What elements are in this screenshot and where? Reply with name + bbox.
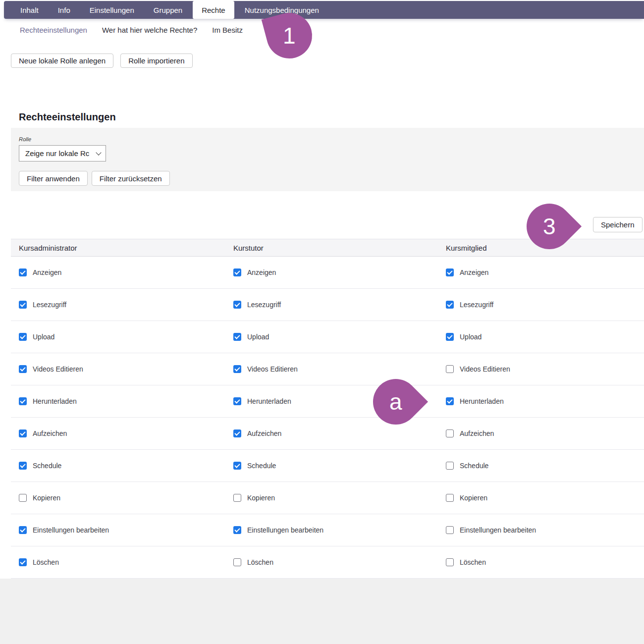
checkbox-label-aufzeichen: Aufzeichen	[247, 429, 281, 437]
filter-reset-button[interactable]: Filter zurücksetzen	[92, 171, 170, 186]
checkbox-l-schen-kursadministrator[interactable]	[19, 558, 27, 566]
checkbox-kopieren-kursmitglied[interactable]	[446, 494, 454, 502]
checkbox-lesezugriff-kursadministrator[interactable]	[19, 301, 27, 309]
checkbox-l-schen-kursmitglied[interactable]	[446, 558, 454, 566]
callout-step-a-label: a	[389, 390, 402, 413]
cell-schedule-kursadministrator: Schedule	[19, 462, 233, 470]
filter-buttons: Filter anwenden Filter zurücksetzen	[19, 171, 170, 186]
checkbox-aufzeichen-kursadministrator[interactable]	[19, 429, 27, 437]
role-select[interactable]: Zeige nur lokale Rc	[19, 145, 106, 161]
checkbox-label-aufzeichen: Aufzeichen	[460, 429, 494, 437]
permissions-table-body: AnzeigenAnzeigenAnzeigenLesezugriffLesez…	[11, 257, 644, 579]
checkbox-label-lesezugriff: Lesezugriff	[33, 301, 66, 309]
checkbox-label-lesezugriff: Lesezugriff	[247, 301, 281, 309]
checkbox-schedule-kursadministrator[interactable]	[19, 462, 27, 470]
filter-apply-button[interactable]: Filter anwenden	[19, 171, 88, 186]
checkbox-einstellungen-bearbeiten-kurstutor[interactable]	[233, 526, 241, 534]
checkbox-label-l-schen: Löschen	[460, 558, 486, 566]
cell-herunterladen-kursadministrator: Herunterladen	[19, 397, 233, 405]
checkbox-herunterladen-kursadministrator[interactable]	[19, 397, 27, 405]
cell-lesezugriff-kursmitglied: Lesezugriff	[446, 301, 644, 309]
cell-einstellungen-bearbeiten-kursmitglied: Einstellungen bearbeiten	[446, 526, 644, 534]
checkbox-aufzeichen-kurstutor[interactable]	[233, 429, 241, 437]
checkbox-schedule-kursmitglied[interactable]	[446, 462, 454, 470]
checkbox-label-anzeigen: Anzeigen	[33, 268, 61, 276]
checkbox-schedule-kurstutor[interactable]	[233, 462, 241, 470]
checkbox-label-schedule: Schedule	[247, 462, 276, 470]
role-toolbar: Neue lokale Rolle anlegen Rolle importie…	[11, 54, 193, 68]
checkbox-upload-kurstutor[interactable]	[233, 333, 241, 341]
cell-kopieren-kursadministrator: Kopieren	[19, 494, 233, 502]
checkbox-einstellungen-bearbeiten-kursmitglied[interactable]	[446, 526, 454, 534]
subnav-item-im-besitz[interactable]: Im Besitz	[212, 26, 243, 34]
new-local-role-button[interactable]: Neue lokale Rolle anlegen	[11, 54, 113, 68]
cell-kopieren-kurstutor: Kopieren	[233, 494, 446, 502]
checkbox-label-l-schen: Löschen	[33, 558, 59, 566]
checkbox-l-schen-kurstutor[interactable]	[233, 558, 241, 566]
cell-schedule-kursmitglied: Schedule	[446, 462, 644, 470]
page-title: Rechteeinstellungen	[19, 111, 116, 123]
checkbox-label-kopieren: Kopieren	[33, 494, 60, 502]
tab-rechte[interactable]: Rechte	[193, 1, 234, 19]
table-row-videos-editieren: Videos EditierenVideos EditierenVideos E…	[11, 353, 644, 385]
table-row-upload: UploadUploadUpload	[11, 321, 644, 353]
cell-upload-kursmitglied: Upload	[446, 333, 644, 341]
subnav-item-wer-hat-hier-welche-rechte[interactable]: Wer hat hier welche Rechte?	[102, 26, 197, 34]
checkbox-label-aufzeichen: Aufzeichen	[33, 429, 67, 437]
checkbox-label-schedule: Schedule	[460, 462, 488, 470]
save-button[interactable]: Speichern	[593, 217, 643, 232]
checkbox-kopieren-kursadministrator[interactable]	[19, 494, 27, 502]
table-row-kopieren: KopierenKopierenKopieren	[11, 482, 644, 514]
cell-videos-editieren-kurstutor: Videos Editieren	[233, 365, 446, 373]
table-row-aufzeichen: AufzeichenAufzeichenAufzeichen	[11, 418, 644, 450]
subnav-item-rechteeinstellungen[interactable]: Rechteeinstellungen	[20, 26, 87, 34]
checkbox-videos-editieren-kurstutor[interactable]	[233, 365, 241, 373]
table-row-einstellungen-bearbeiten: Einstellungen bearbeitenEinstellungen be…	[11, 514, 644, 546]
filter-panel: Rolle Zeige nur lokale Rc Filter anwende…	[11, 128, 644, 191]
checkbox-upload-kursmitglied[interactable]	[446, 333, 454, 341]
cell-upload-kursadministrator: Upload	[19, 333, 233, 341]
checkbox-label-kopieren: Kopieren	[247, 494, 275, 502]
checkbox-label-upload: Upload	[460, 333, 482, 341]
checkbox-einstellungen-bearbeiten-kursadministrator[interactable]	[19, 526, 27, 534]
cell-videos-editieren-kursadministrator: Videos Editieren	[19, 365, 233, 373]
chevron-down-icon	[96, 150, 101, 155]
cell-einstellungen-bearbeiten-kurstutor: Einstellungen bearbeiten	[233, 526, 446, 534]
top-navbar: InhaltInfoEinstellungenGruppenRechteNutz…	[4, 1, 644, 19]
checkbox-label-videos-editieren: Videos Editieren	[460, 365, 510, 373]
checkbox-label-einstellungen-bearbeiten: Einstellungen bearbeiten	[247, 526, 323, 534]
checkbox-videos-editieren-kursadministrator[interactable]	[19, 365, 27, 373]
cell-herunterladen-kursmitglied: Herunterladen	[446, 397, 644, 405]
checkbox-label-herunterladen: Herunterladen	[33, 397, 77, 405]
tab-einstellungen[interactable]: Einstellungen	[90, 1, 134, 19]
checkbox-lesezugriff-kursmitglied[interactable]	[446, 301, 454, 309]
table-row-lesezugriff: LesezugriffLesezugriffLesezugriff	[11, 289, 644, 321]
permissions-table: KursadministratorKurstutorKursmitglied A…	[11, 239, 644, 579]
tab-info[interactable]: Info	[58, 1, 70, 19]
cell-aufzeichen-kursadministrator: Aufzeichen	[19, 429, 233, 437]
column-header-kursadministrator: Kursadministrator	[19, 244, 233, 252]
checkbox-videos-editieren-kursmitglied[interactable]	[446, 365, 454, 373]
checkbox-herunterladen-kursmitglied[interactable]	[446, 397, 454, 405]
checkbox-label-l-schen: Löschen	[247, 558, 273, 566]
checkbox-aufzeichen-kursmitglied[interactable]	[446, 429, 454, 437]
cell-einstellungen-bearbeiten-kursadministrator: Einstellungen bearbeiten	[19, 526, 233, 534]
callout-step-3-label: 3	[543, 215, 556, 238]
checkbox-herunterladen-kurstutor[interactable]	[233, 397, 241, 405]
tab-inhalt[interactable]: Inhalt	[20, 1, 39, 19]
cell-l-schen-kurstutor: Löschen	[233, 558, 446, 566]
tab-gruppen[interactable]: Gruppen	[154, 1, 182, 19]
checkbox-anzeigen-kursadministrator[interactable]	[19, 268, 27, 276]
checkbox-anzeigen-kurstutor[interactable]	[233, 268, 241, 276]
table-row-l-schen: LöschenLöschenLöschen	[11, 546, 644, 579]
checkbox-lesezugriff-kurstutor[interactable]	[233, 301, 241, 309]
checkbox-kopieren-kurstutor[interactable]	[233, 494, 241, 502]
checkbox-anzeigen-kursmitglied[interactable]	[446, 268, 454, 276]
checkbox-label-anzeigen: Anzeigen	[247, 268, 276, 276]
checkbox-upload-kursadministrator[interactable]	[19, 333, 27, 341]
checkbox-label-lesezugriff: Lesezugriff	[460, 301, 493, 309]
cell-aufzeichen-kurstutor: Aufzeichen	[233, 429, 446, 437]
role-select-value: Zeige nur lokale Rc	[25, 149, 89, 158]
import-role-button[interactable]: Rolle importieren	[120, 54, 192, 68]
checkbox-label-anzeigen: Anzeigen	[460, 268, 488, 276]
